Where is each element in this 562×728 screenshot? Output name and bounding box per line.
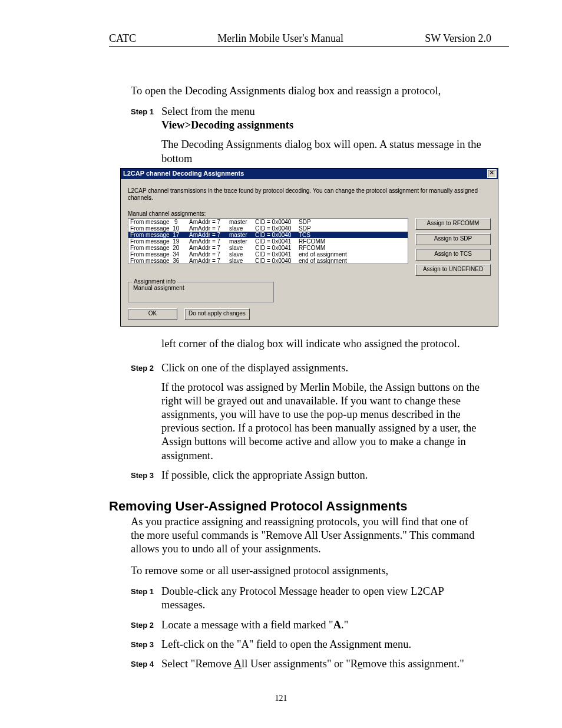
step-b-label-1: Step 1 xyxy=(131,585,161,612)
assignment-list[interactable]: From message 9AmAddr = 7masterCID = 0x00… xyxy=(128,218,408,264)
do-not-apply-button[interactable]: Do not apply changes xyxy=(184,308,250,320)
assign-tcs-button[interactable]: Assign to TCS xyxy=(415,249,491,261)
step-b-label-3: Step 3 xyxy=(131,638,161,651)
post-dialog-text: left corner of the dialog box will indic… xyxy=(161,337,482,351)
heading-paragraph: As you practice assigning and reassignin… xyxy=(131,515,482,556)
assignment-row[interactable]: From message 9AmAddr = 7masterCID = 0x00… xyxy=(128,219,408,225)
step-b-2-text: Locate a message with a field marked "A.… xyxy=(161,618,482,632)
page-header: CATC Merlin Mobile User's Manual SW Vers… xyxy=(109,32,491,45)
step-b-4-text: Select "Remove All User assignments" or … xyxy=(161,657,482,671)
step-b-label-4: Step 4 xyxy=(131,657,161,671)
header-rule xyxy=(109,46,509,47)
assign-rfcomm-button[interactable]: Assign to RFCOMM xyxy=(415,218,491,230)
dialog-title: L2CAP channel Decoding Assignments xyxy=(123,170,244,177)
step-1-after: The Decoding Assignments dialog box will… xyxy=(161,138,482,165)
intro-paragraph: To open the Decoding Assignments dialog … xyxy=(131,84,482,98)
section-heading: Removing User-Assigned Protocol Assignme… xyxy=(109,499,482,514)
ok-button[interactable]: OK xyxy=(128,308,177,320)
assignment-row[interactable]: From message 17AmAddr = 7masterCID = 0x0… xyxy=(128,232,408,238)
step-1-line1: Select from the menu xyxy=(161,105,482,118)
assignment-row[interactable]: From message 19AmAddr = 7masterCID = 0x0… xyxy=(128,238,408,245)
assignment-row[interactable]: From message 20AmAddr = 7slaveCID = 0x00… xyxy=(128,245,408,251)
step-label-2: Step 2 xyxy=(131,361,161,375)
page-number: 121 xyxy=(0,694,562,703)
assign-undefined-button[interactable]: Assign to UNDEFINED xyxy=(415,264,491,276)
dialog-list-label: Manual channel assignments: xyxy=(128,210,491,217)
header-center: Merlin Mobile User's Manual xyxy=(217,32,343,45)
step-b-1-text: Double-click any Protocol Message header… xyxy=(161,585,482,612)
assignment-row[interactable]: From message 34AmAddr = 7slaveCID = 0x00… xyxy=(128,251,408,258)
assignment-info-fieldset: Assignment info Manual assignment xyxy=(128,282,274,302)
step-b-label-2: Step 2 xyxy=(131,618,161,632)
step-b-3-text: Left-click on the "A" field to open the … xyxy=(161,638,482,651)
assignment-info-legend: Assignment info xyxy=(132,278,177,285)
step-label-1: Step 1 xyxy=(131,105,161,132)
step-label-3: Step 3 xyxy=(131,469,161,482)
assignment-row[interactable]: From message 36AmAddr = 7slaveCID = 0x00… xyxy=(128,258,408,264)
header-right: SW Version 2.0 xyxy=(425,32,491,45)
step-3-text: If possible, click the appropriate Assig… xyxy=(161,469,482,482)
step-1-menu-path: View>Decoding assignments xyxy=(161,118,482,132)
assignment-info-text: Manual assignment xyxy=(133,285,269,291)
dialog-titlebar: L2CAP channel Decoding Assignments ✕ xyxy=(121,169,498,179)
heading-paragraph-2: To remove some or all user-assigned prot… xyxy=(131,564,482,578)
assignment-row[interactable]: From message 10AmAddr = 7slaveCID = 0x00… xyxy=(128,225,408,232)
decoding-assignments-dialog: L2CAP channel Decoding Assignments ✕ L2C… xyxy=(120,168,498,327)
step-2-text: Click on one of the displayed assignment… xyxy=(161,361,482,375)
step-2-after: If the protocol was assigned by Merlin M… xyxy=(161,381,482,463)
assign-sdp-button[interactable]: Assign to SDP xyxy=(415,233,491,245)
close-icon[interactable]: ✕ xyxy=(487,169,497,178)
dialog-intro-text: L2CAP channel transmissions in the trace… xyxy=(128,187,491,202)
header-left: CATC xyxy=(109,32,136,45)
